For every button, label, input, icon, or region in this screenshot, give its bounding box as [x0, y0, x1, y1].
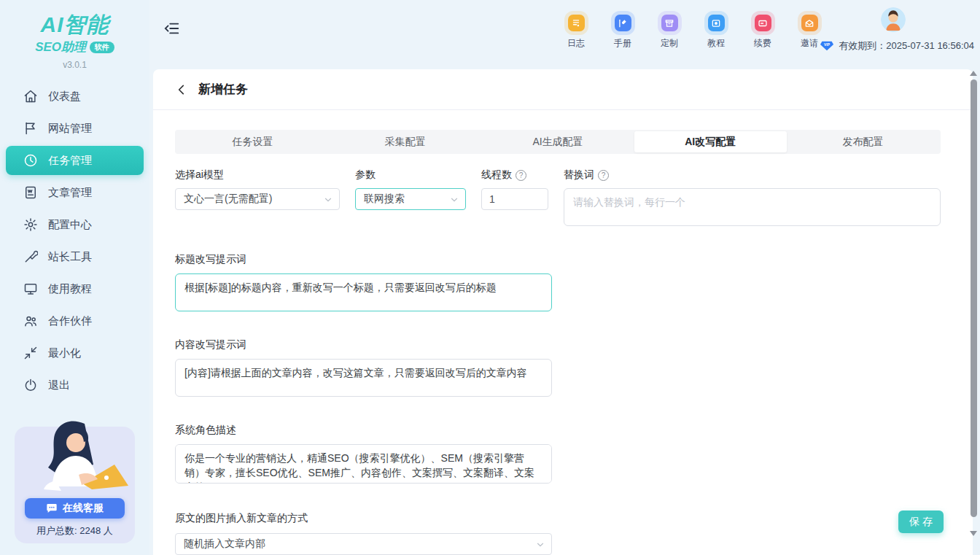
- save-button[interactable]: 保 存: [898, 511, 944, 533]
- title-prompt-label: 标题改写提示词: [175, 253, 552, 266]
- online-support-label: 在线客服: [63, 502, 104, 515]
- validity-info: VIP 有效期到：2025-07-31 16:56:04: [820, 39, 974, 53]
- sidebar-item-label: 合作伙伴: [48, 314, 92, 328]
- sidebar-item-tutorials[interactable]: 使用教程: [6, 274, 144, 303]
- system-role-textarea[interactable]: 你是一个专业的营销达人，精通SEO（搜索引擎优化）、SEM（搜索引擎营销）专家，…: [175, 444, 552, 484]
- user-count: 用户总数: 2248 人: [15, 524, 135, 537]
- logo-line1: AI智能: [0, 10, 149, 40]
- sidebar-item-label: 使用教程: [48, 282, 92, 296]
- sidebar-item-logout[interactable]: 退出: [6, 370, 144, 400]
- sidebar-item-label: 配置中心: [48, 218, 92, 232]
- back-icon[interactable]: [175, 83, 188, 96]
- quick-link-label: 续费: [750, 37, 775, 50]
- content-prompt-label: 内容改写提示词: [175, 338, 552, 352]
- wrench-icon: [23, 249, 38, 264]
- validity-label: 有效期到：2025-07-31 16:56:04: [839, 39, 974, 53]
- tab-ai-generate-config[interactable]: AI生成配置: [481, 131, 634, 152]
- sidebar-item-articles[interactable]: 文章管理: [6, 178, 144, 207]
- help-icon[interactable]: ?: [598, 170, 609, 181]
- image-insert-label: 原文的图片插入新文章的方式: [175, 511, 552, 526]
- app-version: v3.0.1: [0, 60, 149, 70]
- quick-link-label: 邀请: [797, 37, 822, 50]
- minimize-icon: [23, 346, 38, 360]
- renew-icon: [755, 15, 771, 31]
- quick-link-renew[interactable]: 续费: [750, 15, 775, 50]
- sidebar-item-webmaster-tools[interactable]: 站长工具: [6, 242, 144, 271]
- help-icon[interactable]: ?: [516, 170, 526, 181]
- vip-badge-icon: VIP: [820, 41, 834, 51]
- quick-link-tutorial[interactable]: 教程: [704, 15, 728, 50]
- sidebar-nav: 仪表盘 网站管理 任务管理 文章管理 配置中心 站长工具 使用教程 合作伙伴: [0, 82, 149, 400]
- scroll-down-arrow[interactable]: [970, 531, 977, 536]
- chat-bubble-icon: [46, 502, 58, 514]
- monitor-icon: [23, 282, 38, 296]
- param-select[interactable]: 联网搜索: [355, 188, 466, 210]
- svg-text:VIP: VIP: [824, 43, 831, 47]
- scroll-up-arrow[interactable]: [970, 71, 977, 76]
- flag-icon: [23, 121, 38, 136]
- chevron-down-icon: [449, 195, 459, 205]
- image-insert-value: 随机插入文章内部: [184, 537, 265, 551]
- ai-model-select[interactable]: 文心一言(无需配置): [175, 188, 340, 210]
- content-prompt-textarea[interactable]: [内容]请根据上面的文章内容，改写这篇文章，只需要返回改写后的文章内容: [175, 359, 552, 397]
- config-tabs: 任务设置 采集配置 AI生成配置 AI改写配置 发布配置: [175, 130, 941, 154]
- avatar[interactable]: [881, 7, 906, 32]
- collapse-sidebar-icon[interactable]: [164, 20, 180, 36]
- customer-service-illustration: [15, 414, 135, 507]
- support-card: 在线客服 用户总数: 2248 人: [15, 427, 135, 543]
- sidebar-item-partners[interactable]: 合作伙伴: [6, 306, 144, 335]
- logo-badge: 软件: [90, 42, 114, 53]
- quick-link-custom[interactable]: 定制: [657, 15, 682, 50]
- scrollbar-thumb[interactable]: [971, 79, 977, 517]
- sidebar-item-tasks[interactable]: 任务管理: [6, 146, 144, 175]
- home-icon: [23, 89, 38, 104]
- sidebar-item-label: 网站管理: [48, 122, 92, 136]
- replace-words-textarea[interactable]: [564, 188, 941, 226]
- partners-icon: [23, 314, 38, 328]
- title-prompt-textarea[interactable]: 根据[标题]的标题内容，重新改写一个标题，只需要返回改写后的标题: [175, 273, 552, 311]
- sidebar-item-label: 文章管理: [48, 186, 92, 200]
- logout-icon: [23, 378, 38, 392]
- tab-task-settings[interactable]: 任务设置: [176, 131, 329, 152]
- article-icon: [23, 185, 38, 200]
- tab-ai-rewrite-config[interactable]: AI改写配置: [634, 131, 787, 152]
- threads-input[interactable]: [481, 188, 548, 210]
- quick-link-label: 定制: [657, 37, 682, 50]
- image-insert-select[interactable]: 随机插入文章内部: [175, 533, 552, 555]
- sidebar-item-websites[interactable]: 网站管理: [6, 114, 144, 143]
- quick-link-invite[interactable]: 邀请: [797, 15, 822, 50]
- param-label: 参数: [355, 168, 466, 182]
- clock-icon: [23, 153, 38, 168]
- quick-link-label: 手册: [610, 37, 635, 50]
- quick-link-label: 日志: [564, 37, 588, 50]
- main-panel: 新增任务 任务设置 采集配置 AI生成配置 AI改写配置 发布配置 选择ai模型…: [153, 69, 973, 555]
- system-role-label: 系统角色描述: [175, 424, 552, 437]
- quick-link-manual[interactable]: 手册: [610, 15, 635, 50]
- logo-line2: SEO助理 软件: [0, 39, 149, 55]
- sidebar-item-label: 任务管理: [48, 154, 92, 168]
- chevron-down-icon: [323, 195, 333, 205]
- sidebar-item-label: 仪表盘: [48, 90, 81, 104]
- sidebar-item-label: 最小化: [48, 346, 81, 360]
- app-logo: AI智能 SEO助理 软件 v3.0.1: [0, 0, 149, 70]
- log-icon: [568, 15, 585, 31]
- tutorial-icon: [708, 15, 725, 31]
- sidebar-item-dashboard[interactable]: 仪表盘: [6, 82, 144, 111]
- quick-links: 日志 手册 定制 教程 续费 邀请: [564, 15, 822, 50]
- sidebar-item-label: 退出: [48, 379, 70, 392]
- replace-words-label: 替换词?: [564, 168, 941, 182]
- quick-link-label: 教程: [704, 37, 728, 50]
- page-title: 新增任务: [198, 81, 248, 98]
- tab-collect-config[interactable]: 采集配置: [329, 131, 481, 152]
- rewrite-config-form: 选择ai模型 文心一言(无需配置) 参数 联网搜索 线程数? 替换词?: [153, 154, 973, 555]
- quick-link-logs[interactable]: 日志: [564, 15, 588, 50]
- sidebar-item-minimize[interactable]: 最小化: [6, 338, 144, 368]
- topbar: 日志 手册 定制 教程 续费 邀请 VIP 有效期到：2025-07-31 16…: [149, 0, 980, 69]
- custom-icon: [661, 15, 678, 31]
- tab-publish-config[interactable]: 发布配置: [787, 131, 939, 152]
- online-support-button[interactable]: 在线客服: [25, 498, 125, 519]
- sidebar-item-label: 站长工具: [48, 250, 92, 264]
- scrollbar: [969, 71, 978, 545]
- sidebar-item-config[interactable]: 配置中心: [6, 210, 144, 239]
- param-value: 联网搜索: [364, 193, 405, 206]
